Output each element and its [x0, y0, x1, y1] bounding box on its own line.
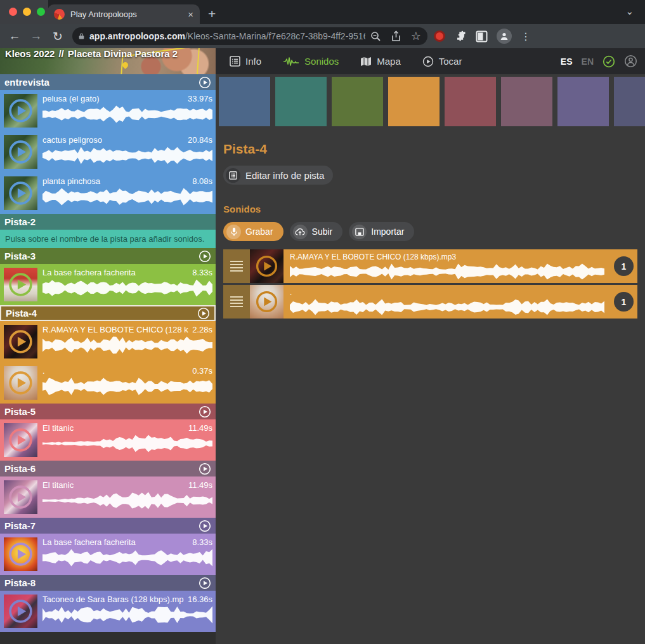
- pista-play-button[interactable]: [199, 463, 211, 475]
- tab-mapa-label: Mapa: [377, 56, 401, 67]
- sound-duration: 8.33s: [192, 537, 212, 547]
- breadcrumb-project[interactable]: Kleos 2022: [5, 48, 55, 59]
- sound-waveform: [42, 492, 212, 509]
- record-extension-icon[interactable]: [434, 30, 445, 42]
- sound-item[interactable]: El titanic11.49s: [0, 476, 216, 518]
- sound-thumbnail[interactable]: [250, 285, 283, 319]
- sidebar-pista-header[interactable]: Pista-7: [0, 518, 216, 534]
- sound-item[interactable]: La base fachera facherita8.33s: [0, 264, 216, 305]
- sound-thumbnail[interactable]: [4, 480, 37, 514]
- sound-thumbnail[interactable]: [250, 249, 283, 283]
- browser-tab[interactable]: Play Antropoloops ×: [48, 4, 200, 24]
- tab-sonidos[interactable]: Sonidos: [283, 56, 339, 67]
- sound-title: El titanic: [42, 480, 185, 490]
- pista-name[interactable]: Pista-8: [4, 577, 199, 588]
- sidebar-pista-header[interactable]: Pista-3: [0, 248, 216, 264]
- color-swatch-pista-7[interactable]: [557, 77, 609, 126]
- new-tab-button[interactable]: +: [208, 5, 216, 23]
- edit-pista-info-button[interactable]: Editar info de pista: [223, 166, 333, 185]
- pista-play-button[interactable]: [199, 577, 211, 589]
- close-tab-icon[interactable]: ×: [188, 9, 193, 20]
- breadcrumb-page: Placeta Divina Pastora 2: [68, 48, 178, 59]
- sound-item[interactable]: planta pinchosa8.08s: [0, 173, 216, 214]
- tab-search-chevron-icon[interactable]: ⌄: [625, 6, 634, 17]
- sound-thumbnail[interactable]: [4, 423, 37, 457]
- pista-name[interactable]: Pista-3: [4, 251, 199, 261]
- browser-menu-icon[interactable]: ⋮: [521, 30, 531, 43]
- pista-name[interactable]: Pista-5: [4, 406, 199, 417]
- pista-name[interactable]: Pista-6: [4, 463, 199, 474]
- sound-thumbnail[interactable]: [4, 325, 37, 358]
- forward-button[interactable]: →: [25, 29, 47, 43]
- color-swatch-pista-3[interactable]: [332, 77, 383, 126]
- sound-count-badge: 1: [614, 256, 634, 276]
- maximize-window-button[interactable]: [37, 8, 45, 16]
- pista-name[interactable]: entrevista: [4, 77, 199, 88]
- sound-waveform: [42, 147, 212, 164]
- color-swatch-pista-4[interactable]: [388, 77, 440, 126]
- sidebar-pista-header[interactable]: Pista-2: [0, 214, 216, 230]
- tab-tocar[interactable]: Tocar: [422, 56, 462, 67]
- sound-item[interactable]: Taconeo de Sara Baras (128 kbps).mp316.3…: [0, 591, 216, 632]
- grabar-icon: [226, 225, 241, 239]
- lang-es-button[interactable]: ES: [561, 56, 573, 67]
- drag-handle[interactable]: [223, 249, 250, 283]
- sound-row[interactable]: .1: [223, 285, 637, 319]
- sound-thumbnail[interactable]: [4, 176, 37, 210]
- sound-duration: 20.84s: [188, 135, 212, 145]
- close-window-button[interactable]: [9, 8, 17, 16]
- pista-play-button[interactable]: [199, 405, 211, 418]
- drag-handle[interactable]: [223, 285, 250, 319]
- tab-mapa[interactable]: Mapa: [360, 56, 401, 67]
- window-controls[interactable]: [9, 8, 45, 16]
- minimize-window-button[interactable]: [23, 8, 31, 16]
- share-icon[interactable]: [391, 30, 401, 42]
- sound-thumbnail[interactable]: [4, 268, 37, 301]
- subir-button[interactable]: Subir: [290, 222, 343, 241]
- sound-item[interactable]: El titanic11.49s: [0, 419, 216, 461]
- color-swatch-pista-1[interactable]: [219, 77, 270, 126]
- extensions-puzzle-icon[interactable]: [454, 30, 467, 43]
- sound-thumbnail[interactable]: [4, 366, 37, 400]
- sidebar-pista-header[interactable]: Pista-4: [0, 305, 216, 321]
- zoom-icon[interactable]: [370, 31, 381, 42]
- side-panel-icon[interactable]: [476, 30, 488, 43]
- project-banner[interactable]: Kleos 2022//Placeta Divina Pastora 2: [0, 48, 216, 74]
- sound-item[interactable]: R.AMAYA Y EL BOBOTE CHICO (128 kbps)....…: [0, 321, 216, 362]
- tab-info[interactable]: Info: [230, 56, 261, 67]
- color-swatch-pista-5[interactable]: [445, 77, 496, 126]
- pista-name[interactable]: Pista-4: [6, 308, 197, 319]
- color-swatch-pista-8[interactable]: [614, 77, 645, 126]
- lang-en-button[interactable]: EN: [582, 56, 594, 67]
- sidebar-pista-header[interactable]: Pista-6: [0, 461, 216, 476]
- importar-button[interactable]: Importar: [349, 222, 414, 241]
- grabar-button[interactable]: Grabar: [223, 222, 283, 241]
- sound-item[interactable]: La base fachera facherita8.33s: [0, 534, 216, 575]
- color-swatch-pista-6[interactable]: [501, 77, 552, 126]
- pista-play-button[interactable]: [199, 250, 211, 263]
- sidebar-pista-header[interactable]: Pista-8: [0, 575, 216, 591]
- reload-button[interactable]: ↻: [47, 29, 68, 44]
- sound-thumbnail[interactable]: [4, 94, 37, 128]
- address-bar[interactable]: app.antropoloops.com/Kleos-Santa-Marina/…: [72, 27, 427, 45]
- sound-thumbnail[interactable]: [4, 135, 37, 169]
- pista-play-button[interactable]: [199, 76, 211, 89]
- pista-name[interactable]: Pista-2: [4, 216, 211, 227]
- back-button[interactable]: ←: [4, 29, 25, 43]
- sidebar-pista-header[interactable]: entrevista: [0, 74, 216, 90]
- sidebar-pista-header[interactable]: Pista-5: [0, 404, 216, 419]
- account-icon[interactable]: [624, 55, 637, 68]
- sound-row[interactable]: R.AMAYA Y EL BOBOTE CHICO (128 kbps).mp3…: [223, 249, 637, 283]
- pista-name[interactable]: Pista-7: [4, 520, 199, 531]
- color-swatch-pista-2[interactable]: [275, 77, 327, 126]
- sound-item[interactable]: pelusa (el gato)33.97s: [0, 90, 216, 131]
- sound-waveform: [290, 299, 604, 315]
- sound-item[interactable]: cactus peligroso20.84s: [0, 131, 216, 173]
- sound-thumbnail[interactable]: [4, 537, 37, 571]
- bookmark-star-icon[interactable]: ☆: [411, 30, 421, 42]
- profile-avatar[interactable]: [497, 29, 512, 44]
- pista-play-button[interactable]: [197, 307, 210, 320]
- pista-play-button[interactable]: [199, 520, 211, 532]
- sound-thumbnail[interactable]: [4, 595, 37, 628]
- sound-item[interactable]: .0.37s: [0, 362, 216, 404]
